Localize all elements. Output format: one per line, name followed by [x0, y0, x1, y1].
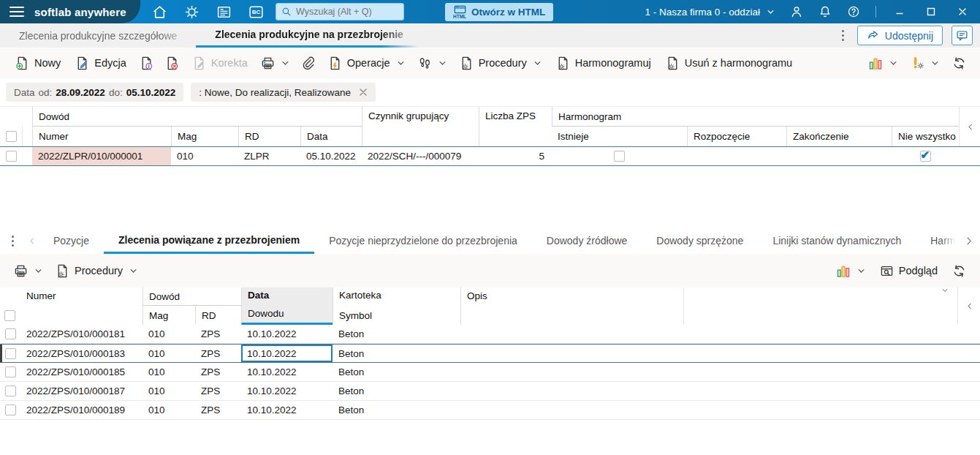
help-icon[interactable]: [847, 5, 860, 18]
cell-rd[interactable]: ZPS: [195, 401, 241, 419]
cell-data-dowodu-focused[interactable]: 10.10.2022: [241, 345, 333, 362]
cell-numer[interactable]: 2022/ZPS/010/000187: [20, 382, 143, 400]
row-checkbox[interactable]: [5, 328, 16, 339]
cell-numer[interactable]: 2022/ZPS/010/000181: [20, 325, 143, 343]
column-header-rd[interactable]: RD: [238, 127, 300, 146]
cell-opis[interactable]: [460, 345, 683, 362]
operations-button[interactable]: Operacje: [322, 52, 411, 74]
column-header-rd[interactable]: RD: [195, 306, 241, 325]
notifications-bell-icon[interactable]: [818, 5, 832, 18]
cell-rd[interactable]: ZPS: [195, 325, 241, 343]
cell-numer[interactable]: 2022/ZPS/010/000189: [20, 401, 143, 419]
status-filter-chip[interactable]: : Nowe, Do realizacji, Realizowane: [191, 83, 376, 102]
table-row-selected[interactable]: 2022/ZLPR/010/000001 010 ZLPR 05.10.2022…: [0, 146, 980, 166]
column-header-istnieje[interactable]: Istnieje: [552, 127, 687, 146]
tab-harmonogram-truncated[interactable]: Harmon: [916, 228, 958, 254]
tab-zlecenia-produkcyjne-na-przezbrojenie[interactable]: Zlecenia produkcyjne na przezbrojenie: [196, 23, 422, 48]
column-header-rozpoczecie[interactable]: Rozpoczęcie: [687, 127, 786, 146]
cell-data-dowodu[interactable]: 10.10.2022: [241, 401, 333, 419]
alerts-settings-button[interactable]: [905, 52, 944, 74]
tab-zlecenia-powiazane[interactable]: Zlecenia powiązane z przezbrojeniem: [104, 228, 314, 254]
detail-chart-view-button[interactable]: [832, 260, 870, 282]
procedures-button[interactable]: Procedury: [453, 52, 548, 74]
table-row[interactable]: 2022/ZPS/010/000187 010 ZPS 10.10.2022 B…: [0, 382, 980, 401]
hamburger-menu-icon[interactable]: [10, 7, 24, 17]
detail-refresh-button[interactable]: [947, 260, 971, 282]
column-header-mag[interactable]: Mag: [171, 127, 238, 146]
cell-zakonczenie[interactable]: [786, 147, 892, 165]
column-header-data[interactable]: Data: [300, 127, 362, 146]
tab-dowody-sprzezone[interactable]: Dowody sprzężone: [642, 228, 758, 254]
cell-data-dowodu[interactable]: 10.10.2022: [241, 325, 333, 343]
cell-opis[interactable]: [460, 325, 683, 343]
column-header-kartoteka-symbol[interactable]: Kartoteka Symbol: [333, 287, 460, 325]
new-button[interactable]: Nowy: [9, 52, 67, 74]
minimize-button[interactable]: [892, 4, 908, 20]
tabs-scroll-left-icon[interactable]: [28, 238, 36, 244]
tab-pozycje-nieprzydzielone[interactable]: Pozycje nieprzydzielone do przezbrojenia: [314, 228, 532, 254]
chart-view-button[interactable]: [864, 52, 903, 74]
tabs-scroll-right-icon[interactable]: [965, 237, 980, 245]
scroll-left-icon[interactable]: [957, 287, 980, 325]
row-checkbox[interactable]: [6, 151, 17, 162]
column-header-numer[interactable]: Numer: [20, 287, 143, 325]
istnieje-checkbox[interactable]: [614, 151, 625, 162]
detail-tabs-menu-icon[interactable]: [7, 233, 18, 248]
cell-data-dowodu[interactable]: 10.10.2022: [241, 382, 333, 400]
cell-numer[interactable]: 2022/ZLPR/010/000001: [32, 147, 171, 165]
table-row[interactable]: 2022/ZPS/010/000185 010 ZPS 10.10.2022 B…: [0, 363, 980, 382]
user-icon[interactable]: [790, 5, 803, 18]
splitter-chevron-icon[interactable]: [941, 287, 949, 293]
cell-mag[interactable]: 010: [143, 325, 195, 343]
column-header-liczba-zps[interactable]: Liczba ZPS: [479, 107, 552, 146]
cell-opis[interactable]: [460, 401, 683, 419]
column-group-dowod[interactable]: Dowód: [32, 107, 362, 127]
scroll-left-icon[interactable]: [959, 107, 980, 146]
select-all-checkbox[interactable]: [4, 310, 15, 321]
column-header-zakonczenie[interactable]: Zakończenie: [786, 127, 892, 146]
preview-button[interactable]: Podgląd: [873, 260, 944, 282]
nie-wszystko-checkbox[interactable]: [920, 151, 931, 162]
cell-liczba-zps[interactable]: 5: [479, 147, 552, 165]
cell-rd[interactable]: ZPS: [195, 345, 241, 362]
column-group-dowod[interactable]: Dowód: [143, 287, 241, 306]
cell-symbol[interactable]: Beton: [333, 382, 460, 400]
schedule-button[interactable]: Harmonogramuj: [550, 52, 658, 74]
cell-rd[interactable]: ZPS: [195, 363, 241, 381]
row-checkbox[interactable]: [5, 366, 16, 377]
tab-pozycje[interactable]: Pozycje: [39, 228, 104, 254]
cell-numer[interactable]: 2022/ZPS/010/000185: [20, 363, 143, 381]
column-header-nie-wszystko[interactable]: Nie wszystko: [892, 127, 959, 146]
close-button[interactable]: [954, 4, 970, 20]
cell-czynnik[interactable]: 2022/SCH/---/000079: [362, 147, 479, 165]
column-header-czynnik[interactable]: Czynnik grupujący: [362, 107, 479, 146]
table-row[interactable]: 2022/ZPS/010/000189 010 ZPS 10.10.2022 B…: [0, 401, 980, 420]
cell-symbol[interactable]: Beton: [333, 345, 460, 362]
document-delete-button[interactable]: [160, 52, 184, 74]
cell-symbol[interactable]: Beton: [333, 325, 460, 343]
cell-mag[interactable]: 010: [143, 401, 195, 419]
remove-from-schedule-button[interactable]: Usuń z harmonogramu: [659, 52, 799, 74]
more-options-icon[interactable]: [838, 29, 848, 43]
company-selector[interactable]: 1 - Nasza firma 0 - oddział: [645, 7, 775, 18]
column-header-mag[interactable]: Mag: [143, 306, 195, 325]
global-search[interactable]: [276, 3, 404, 20]
cell-symbol[interactable]: Beton: [333, 363, 460, 381]
cell-data[interactable]: 05.10.2022: [300, 147, 362, 165]
footsteps-button[interactable]: [413, 52, 452, 74]
clear-filter-icon[interactable]: [359, 88, 368, 97]
date-filter-chip[interactable]: Data od: 28.09.2022 do: 05.10.2022: [6, 83, 183, 102]
cell-numer[interactable]: 2022/ZPS/010/000183: [20, 345, 143, 362]
bc-module-icon[interactable]: BC: [248, 4, 264, 20]
maximize-button[interactable]: [923, 4, 939, 20]
cell-opis[interactable]: [460, 363, 683, 381]
refresh-button[interactable]: [947, 52, 971, 74]
attachments-button[interactable]: [296, 52, 320, 74]
print-button[interactable]: [256, 52, 295, 74]
search-input[interactable]: [296, 7, 398, 17]
column-header-opis[interactable]: Opis: [460, 287, 683, 325]
row-checkbox[interactable]: [5, 405, 16, 415]
detail-procedures-button[interactable]: Procedury: [49, 260, 144, 282]
column-header-data-dowodu-sorted[interactable]: Data Dowodu: [241, 287, 333, 325]
lightbulb-icon[interactable]: [184, 4, 200, 20]
